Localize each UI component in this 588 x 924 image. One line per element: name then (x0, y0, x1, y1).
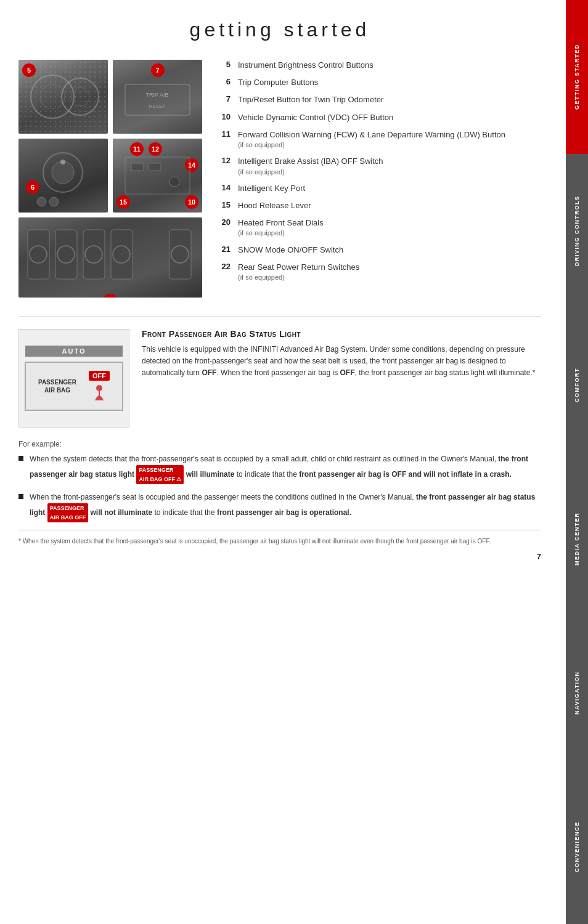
list-item: 22 Rear Seat Power Return Switches (if s… (216, 262, 541, 283)
image-panel: 11 12 14 15 10 (113, 139, 202, 213)
item-number: 11 (216, 129, 231, 139)
item-number: 15 (216, 200, 231, 209)
svg-rect-4 (125, 84, 190, 115)
section-divider (18, 316, 541, 317)
inline-badge: PASSENGERAIR BAG OFF (47, 503, 89, 522)
svg-point-0 (31, 75, 74, 118)
item-text: Instrument Brightness Control Buttons (238, 60, 374, 71)
list-item: 6 Trip Computer Buttons (216, 77, 541, 88)
svg-rect-20 (169, 230, 191, 279)
list-item: 15 Hood Release Lever (216, 200, 541, 211)
svg-point-9 (60, 160, 65, 164)
svg-rect-13 (131, 163, 144, 171)
svg-rect-19 (111, 230, 133, 279)
item-text: Forward Collision Warning (FCW) & Lane D… (238, 129, 505, 150)
tab-driving-controls[interactable]: DRIVING CONTROLS (566, 154, 588, 308)
image-knob: 6 (18, 139, 108, 213)
list-item: 20 Heated Front Seat Dials (if so equipp… (216, 217, 541, 238)
svg-rect-12 (125, 157, 190, 194)
svg-rect-10 (37, 197, 46, 206)
bullet-text: When the front-passenger's seat is occup… (30, 492, 541, 522)
image-dash: 7 TRIP A/B RESET (113, 60, 202, 134)
footer-note: * When the system detects that the front… (18, 530, 541, 546)
item-text: SNOW Mode ON/OFF Switch (238, 245, 343, 256)
airbag-section: AUTO PASSENGERAIR BAG OFF Front Pass (18, 329, 541, 428)
list-item: 14 Intelligent Key Port (216, 183, 541, 194)
airbag-auto-label: AUTO (25, 346, 123, 357)
image-cluster: 5 (18, 60, 108, 134)
bullet-icon (18, 494, 23, 499)
item-number: 7 (216, 94, 231, 103)
svg-point-8 (52, 161, 74, 184)
svg-point-15 (169, 177, 179, 187)
item-text: Intelligent Brake Assist (IBA) OFF Switc… (238, 156, 383, 177)
svg-text:TRIP A/B: TRIP A/B (146, 92, 169, 98)
bullet-list: When the system detects that the front-p… (18, 453, 541, 522)
tab-getting-started[interactable]: GETTING STARTED (566, 0, 588, 154)
tab-navigation[interactable]: NAVIGATION (566, 616, 588, 770)
page-number: 7 (18, 552, 541, 561)
airbag-body: This vehicle is equipped with the INFINI… (142, 344, 541, 379)
svg-point-2 (62, 78, 99, 115)
airbag-status-image: AUTO PASSENGERAIR BAG OFF (18, 329, 129, 428)
item-number: 22 (216, 262, 231, 271)
list-item: When the front-passenger's seat is occup… (18, 492, 541, 522)
svg-text:RESET: RESET (149, 103, 166, 109)
item-number: 21 (216, 245, 231, 254)
list-item: 10 Vehicle Dynamic Control (VDC) OFF But… (216, 112, 541, 123)
airbag-text-content: Front Passenger Air Bag Status Light Thi… (142, 329, 541, 428)
svg-rect-17 (55, 230, 77, 279)
item-number: 14 (216, 183, 231, 192)
tab-convenience[interactable]: CONVENIENCE (566, 770, 588, 924)
page-title: getting started (18, 18, 541, 41)
item-text: Rear Seat Power Return Switches (if so e… (238, 262, 359, 283)
bullet-icon (18, 456, 23, 461)
airbag-display: PASSENGERAIR BAG OFF (25, 362, 123, 411)
items-list: 5 Instrument Brightness Control Buttons … (216, 60, 541, 298)
list-item: 11 Forward Collision Warning (FCW) & Lan… (216, 129, 541, 150)
list-item: 12 Intelligent Brake Assist (IBA) OFF Sw… (216, 156, 541, 177)
inline-badge: PASSENGERAIR BAG OFF ⚠ (136, 465, 184, 484)
bullet-text: When the system detects that the front-p… (30, 453, 541, 484)
airbag-off-badge: OFF (89, 371, 110, 381)
top-images-row: 5 7 TRIP A/B RESET (18, 60, 203, 134)
item-number: 6 (216, 77, 231, 86)
item-text: Vehicle Dynamic Control (VDC) OFF Button (238, 112, 393, 123)
side-navigation: GETTING STARTED DRIVING CONTROLS COMFORT… (566, 0, 588, 924)
item-number: 10 (216, 112, 231, 121)
for-example-label: For example: (18, 440, 541, 448)
svg-point-26 (96, 385, 102, 391)
item-number: 5 (216, 60, 231, 69)
list-item: 21 SNOW Mode ON/OFF Switch (216, 245, 541, 256)
airbag-title: Front Passenger Air Bag Status Light (142, 329, 541, 339)
svg-rect-14 (149, 163, 161, 171)
svg-rect-18 (83, 230, 105, 279)
tab-media-center[interactable]: MEDIA CENTER (566, 462, 588, 616)
list-item: 5 Instrument Brightness Control Buttons (216, 60, 541, 71)
item-text: Trip/Reset Button for Twin Trip Odometer (238, 94, 383, 105)
item-text: Intelligent Key Port (238, 183, 305, 194)
svg-rect-11 (49, 197, 59, 206)
main-content: getting started 5 7 (0, 0, 566, 580)
image-seats: 20 22 21 22 20 (18, 217, 202, 298)
item-text: Heated Front Seat Dials (if so equipped) (238, 217, 324, 238)
images-column: 5 7 TRIP A/B RESET (18, 60, 203, 298)
item-text: Trip Computer Buttons (238, 77, 318, 88)
item-number: 20 (216, 217, 231, 227)
tab-comfort[interactable]: COMFORT (566, 308, 588, 462)
item-text: Hood Release Lever (238, 200, 311, 211)
item-number: 12 (216, 156, 231, 165)
top-section: 5 7 TRIP A/B RESET (18, 60, 541, 298)
airbag-passenger-label: PASSENGERAIR BAG (38, 378, 76, 394)
airbag-icon (90, 383, 108, 402)
list-item: When the system detects that the front-p… (18, 453, 541, 484)
list-item: 7 Trip/Reset Button for Twin Trip Odomet… (216, 94, 541, 105)
middle-images-row: 6 11 12 14 15 10 (18, 139, 203, 213)
svg-rect-16 (28, 230, 49, 279)
